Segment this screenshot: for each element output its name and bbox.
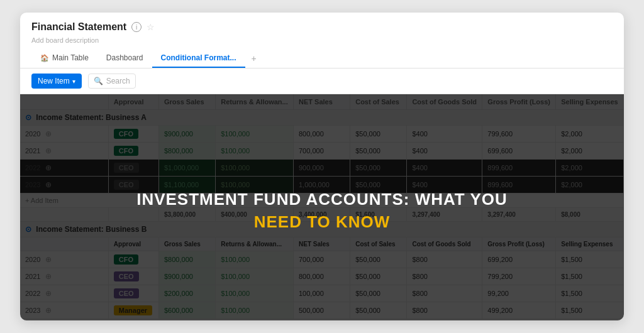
chevron-down-icon: ▾ [72, 78, 75, 85]
main-window: Financial Statement i ☆ Add board descri… [20, 13, 624, 320]
tab-bar: 🏠 Main Table Dashboard Conditional Forma… [31, 49, 613, 68]
star-icon[interactable]: ☆ [147, 22, 155, 32]
search-box[interactable]: 🔍 Search [88, 74, 136, 89]
new-item-button[interactable]: New Item ▾ [31, 74, 82, 89]
window-header: Financial Statement i ☆ Add board descri… [20, 13, 624, 68]
overlay-highlight: NEED TO KNOW [254, 212, 391, 231]
overlay-title: INVESTMENT FUND ACCOUNTS: WHAT YOU NEED … [136, 188, 508, 234]
tab-conditional-format[interactable]: Conditional Format... [152, 49, 245, 68]
info-icon[interactable]: i [131, 22, 142, 32]
page-title: Financial Statement [31, 21, 126, 33]
tab-main-table[interactable]: 🏠 Main Table [31, 49, 97, 68]
tab-add-button[interactable]: + [245, 49, 263, 68]
content-area: Approval Gross Sales Returns & Allowan..… [20, 94, 624, 320]
overlay: INVESTMENT FUND ACCOUNTS: WHAT YOU NEED … [20, 94, 624, 320]
toolbar: New Item ▾ 🔍 Search [20, 68, 624, 94]
tab-dashboard[interactable]: Dashboard [97, 49, 152, 68]
search-icon: 🔍 [94, 77, 103, 85]
home-icon: 🏠 [40, 54, 49, 62]
board-description[interactable]: Add board description [31, 36, 613, 44]
